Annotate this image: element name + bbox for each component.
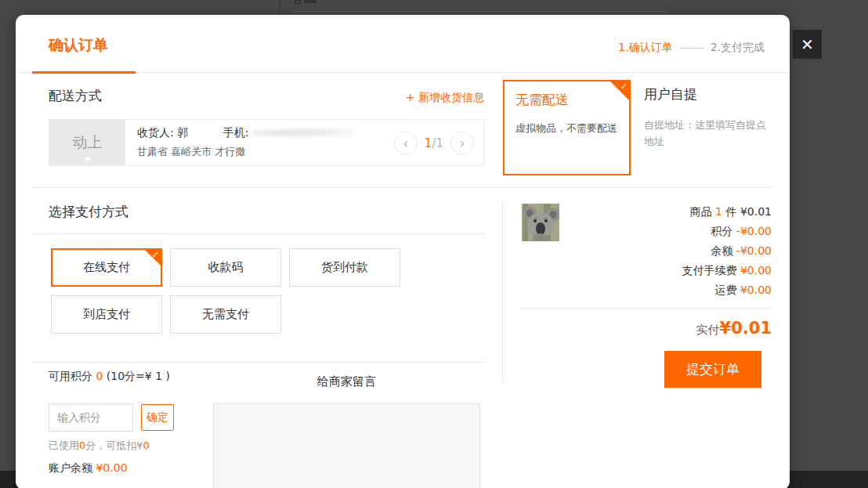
address-page-indicator: 1/1 [425,136,443,150]
section-divider [31,187,772,188]
step-payment-complete: 2.支付完成 [711,41,765,53]
payment-option-none[interactable]: 无需支付 [170,295,281,334]
shipping-option-title: 无需配送 [515,91,618,109]
address-pager: ‹ 1/1 › [394,120,474,167]
account-balance-value: ¥0.00 [96,461,127,474]
payment-section-heading: 选择支付方式 [49,203,128,221]
add-address-link[interactable]: + 新增收货信息 [406,91,484,105]
fee-line-balance: 余额 -¥0.00 [564,241,772,261]
summary-vertical-divider [502,202,503,384]
receiver-text: 收货人: 郭 [137,126,188,139]
summary-divider [521,308,772,309]
chevron-down-icon [84,157,92,162]
merchant-message-label: 给商家留言 [213,374,480,389]
check-icon: ✓ [620,81,627,92]
payment-option-instore[interactable]: 到店支付 [51,295,162,334]
phone-label: 手机: [223,126,249,139]
fee-line-product: 商品 1 件 ¥0.01 [564,202,772,222]
points-section-divider [31,362,486,363]
close-icon: ✕ [801,35,814,54]
fee-line-shipping: 运费 ¥0.00 [564,280,772,300]
modal-close-button[interactable]: ✕ [793,30,822,59]
total-value: ¥0.01 [720,319,772,338]
shipping-option-self-pickup[interactable]: 用户自提 自提地址：这里填写自提点地址 [644,85,776,150]
order-confirm-modal: 确认订单 1.确认订单2.支付完成 配送方式 + 新增收货信息 动上 收货人: … [16,15,790,488]
order-fee-list: 商品 1 件 ¥0.01 积分 -¥0.00 余额 -¥0.00 支付手续费 ¥… [564,202,772,300]
address-card[interactable]: 动上 收货人: 郭 手机: 甘肃省 嘉峪关市 才行撒 ‹ 1/1 › [49,119,484,166]
background-rule-line [292,11,667,12]
address-tag[interactable]: 动上 [49,120,125,165]
modal-header: 确认订单 1.确认订单2.支付完成 [16,15,790,73]
step-connector [680,48,703,49]
payment-option-qrcode[interactable]: 收款码 [170,248,281,287]
address-info: 收货人: 郭 手机: 甘肃省 嘉峪关市 才行撒 ‹ 1/1 › [125,120,483,165]
phone-number-redacted [252,128,354,139]
step-indicator: 1.确认订单2.支付完成 [618,41,765,55]
page-title: 确认订单 [49,35,108,56]
points-used-note: 已使用0分，可抵扣¥0 [49,439,150,453]
merchant-message-textarea[interactable] [213,403,480,488]
fee-line-points: 积分 -¥0.00 [564,222,772,241]
prev-address-button[interactable]: ‹ [394,132,418,155]
background-tiny-text [304,0,316,3]
payment-option-online[interactable]: 在线支付 ✓ [51,248,162,287]
shipping-option-desc: 自提地址：这里填写自提点地址 [644,117,776,150]
delivery-section-heading: 配送方式 [49,87,102,105]
chevron-right-icon: › [459,135,465,151]
product-image-koala [522,204,559,241]
total-payable-line: 实付¥0.01 [564,319,772,338]
shipping-option-desc: 虚拟物品，不需要配送 [515,121,618,136]
payment-heading-divider [31,233,486,234]
chevron-left-icon: ‹ [403,135,408,151]
fee-line-service: 支付手续费 ¥0.00 [564,261,772,280]
submit-order-button[interactable]: 提交订单 [664,351,761,388]
background-tiny-icon [295,0,301,4]
address-tag-label: 动上 [73,132,103,153]
total-label: 实付 [696,323,720,337]
check-icon: ✓ [152,250,159,260]
background-divider-line [280,0,280,15]
points-input[interactable] [49,403,133,432]
account-balance-line: 账户余额 ¥0.00 [49,461,128,475]
active-tab-underline [32,71,136,74]
payment-option-cod[interactable]: 货到付款 [289,248,400,287]
next-address-button[interactable]: › [450,132,474,155]
points-confirm-button[interactable]: 确定 [141,404,174,431]
shipping-option-title: 用户自提 [644,85,776,103]
step-confirm-order: 1.确认订单 [618,41,672,53]
shipping-option-no-delivery[interactable]: 无需配送 虚拟物品，不需要配送 ✓ [503,80,631,175]
available-points-line: 可用积分 0 (10分=¥ 1 ) [49,370,170,384]
